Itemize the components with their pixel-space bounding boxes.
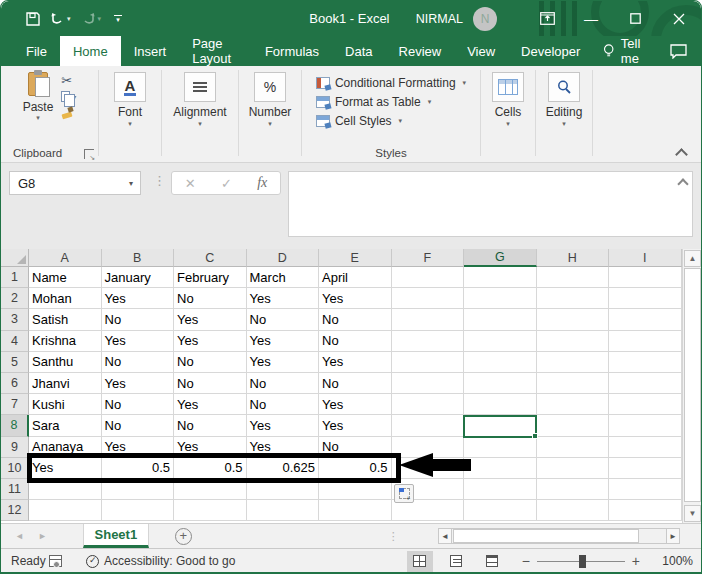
collapse-formula-bar-icon[interactable] (677, 177, 689, 185)
cell-C1[interactable]: February (174, 267, 247, 288)
cell-G9[interactable] (464, 437, 537, 458)
cell-D7[interactable]: No (247, 394, 320, 415)
cell-H5[interactable] (537, 352, 610, 373)
col-header-F[interactable]: F (392, 249, 465, 267)
undo-button[interactable]: ▾ (47, 6, 74, 32)
normal-view-button[interactable] (407, 551, 433, 572)
redo-dropdown-icon[interactable]: ▾ (98, 15, 102, 23)
cell-H3[interactable] (537, 309, 610, 330)
cell-E1[interactable]: April (319, 267, 392, 288)
tab-page-layout[interactable]: Page Layout (179, 36, 252, 66)
editing-dropdown-icon[interactable]: ▾ (562, 120, 566, 128)
conditional-formatting-button[interactable]: Conditional Formatting ▾ (316, 76, 466, 90)
tab-developer[interactable]: Developer (508, 36, 593, 66)
cell-A4[interactable]: Krishna (29, 331, 102, 352)
zoom-slider-thumb[interactable] (579, 555, 586, 568)
row-header-4[interactable]: 4 (1, 331, 29, 352)
tab-insert[interactable]: Insert (121, 36, 180, 66)
font-dropdown-icon[interactable]: ▾ (128, 120, 132, 128)
cell-C6[interactable]: No (174, 373, 247, 394)
sheet-tab-sheet1[interactable]: Sheet1 (83, 524, 149, 548)
cell-I8[interactable] (609, 415, 682, 436)
row-header-1[interactable]: 1 (1, 267, 29, 288)
autofill-options-button[interactable] (394, 484, 414, 503)
cell-B3[interactable]: No (102, 309, 175, 330)
cell-B12[interactable] (102, 500, 175, 521)
cell-D5[interactable]: Yes (247, 352, 320, 373)
cell-A5[interactable]: Santhu (29, 352, 102, 373)
cell-B8[interactable]: No (102, 415, 175, 436)
cell-F5[interactable] (392, 352, 465, 373)
tab-formulas[interactable]: Formulas (252, 36, 332, 66)
zoom-in-button[interactable]: + (625, 553, 647, 569)
cell-B1[interactable]: January (102, 267, 175, 288)
cell-E5[interactable]: Yes (319, 352, 392, 373)
cell-C8[interactable]: No (174, 415, 247, 436)
page-break-view-button[interactable] (479, 551, 505, 572)
col-header-G[interactable]: G (464, 249, 537, 267)
col-header-C[interactable]: C (174, 249, 247, 267)
cell-A1[interactable]: Name (29, 267, 102, 288)
row-header-9[interactable]: 9 (1, 437, 29, 458)
copy-button[interactable]: ▾ (61, 90, 76, 103)
cell-I11[interactable] (609, 479, 682, 500)
cancel-formula-icon[interactable]: ✕ (185, 176, 196, 191)
row-header-10[interactable]: 10 (1, 458, 29, 479)
page-layout-view-button[interactable] (443, 551, 469, 572)
cell-E2[interactable]: Yes (319, 288, 392, 309)
zoom-level[interactable]: 100% (647, 554, 693, 568)
cell-I9[interactable] (609, 437, 682, 458)
cell-D12[interactable] (247, 500, 320, 521)
tell-me-box[interactable]: Tell me (593, 36, 670, 66)
scroll-down-icon[interactable]: ▼ (684, 505, 701, 522)
cell-H4[interactable] (537, 331, 610, 352)
cell-G1[interactable] (464, 267, 537, 288)
row-header-6[interactable]: 6 (1, 373, 29, 394)
cell-D8[interactable]: Yes (247, 415, 320, 436)
formula-bar-splitter[interactable]: ⋮ (153, 173, 166, 188)
number-group-button[interactable]: % Number ▾ (249, 72, 292, 128)
sheet-nav-left-icon[interactable]: ◄ (15, 531, 24, 541)
cell-I6[interactable] (609, 373, 682, 394)
user-name[interactable]: NIRMAL (416, 12, 463, 26)
scroll-right-icon[interactable]: ► (666, 528, 680, 544)
redo-button[interactable]: ▾ (78, 6, 105, 32)
cell-C3[interactable]: Yes (174, 309, 247, 330)
col-header-A[interactable]: A (29, 249, 102, 267)
cell-H7[interactable] (537, 394, 610, 415)
name-box[interactable]: G8 ▾ (9, 171, 141, 195)
row-header-12[interactable]: 12 (1, 500, 29, 521)
collapse-ribbon-icon[interactable] (675, 148, 687, 156)
cell-E12[interactable] (319, 500, 392, 521)
cell-H11[interactable] (537, 479, 610, 500)
tab-home[interactable]: Home (60, 36, 121, 66)
tab-scrollbar-splitter[interactable]: ⋮ (388, 530, 399, 543)
row-header-5[interactable]: 5 (1, 352, 29, 373)
cell-F6[interactable] (392, 373, 465, 394)
cell-H2[interactable] (537, 288, 610, 309)
cell-I4[interactable] (609, 331, 682, 352)
col-header-B[interactable]: B (102, 249, 175, 267)
cell-B5[interactable]: No (102, 352, 175, 373)
horizontal-scrollbar-thumb[interactable] (453, 529, 639, 543)
cell-G3[interactable] (464, 309, 537, 330)
cell-I5[interactable] (609, 352, 682, 373)
paste-dropdown-icon[interactable]: ▾ (36, 114, 40, 122)
new-sheet-button[interactable]: + (175, 528, 192, 545)
avatar[interactable]: N (473, 7, 497, 31)
cells-dropdown-icon[interactable]: ▾ (506, 120, 510, 128)
cell-styles-button[interactable]: Cell Styles ▾ (316, 114, 402, 128)
cell-H10[interactable] (537, 458, 610, 479)
cells-group-button[interactable]: Cells ▾ (492, 72, 524, 128)
save-icon[interactable] (23, 6, 43, 32)
col-header-H[interactable]: H (537, 249, 610, 267)
accessibility-status[interactable]: Accessibility: Good to go (104, 554, 235, 568)
cell-E3[interactable]: No (319, 309, 392, 330)
scroll-left-icon[interactable]: ◄ (438, 528, 452, 544)
formula-input[interactable] (288, 171, 693, 237)
conditional-formatting-dropdown-icon[interactable]: ▾ (463, 79, 467, 87)
tab-data[interactable]: Data (332, 36, 385, 66)
clipboard-dialog-launcher-icon[interactable] (84, 149, 94, 159)
cell-F7[interactable] (392, 394, 465, 415)
alignment-dropdown-icon[interactable]: ▾ (198, 120, 202, 128)
